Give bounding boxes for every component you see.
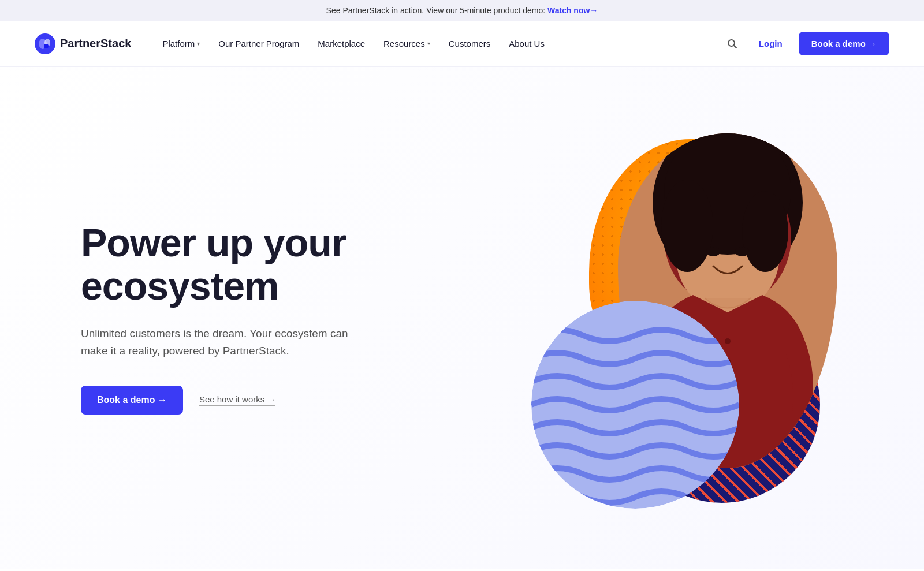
main-nav: Platform ▾ Our Partner Program Marketpla… (154, 34, 721, 53)
search-button[interactable] (722, 33, 743, 54)
hero-content: Power up your ecosystem Unlimited custom… (81, 221, 427, 414)
nav-about-us[interactable]: About Us (501, 34, 553, 53)
nav-platform[interactable]: Platform ▾ (154, 34, 208, 53)
wavy-pattern (531, 301, 739, 509)
search-icon (726, 38, 738, 50)
nav-marketplace[interactable]: Marketplace (310, 34, 373, 53)
hero-title: Power up your ecosystem (81, 221, 427, 308)
nav-partner-program[interactable]: Our Partner Program (210, 34, 307, 53)
nav-customers[interactable]: Customers (441, 34, 499, 53)
svg-point-11 (661, 180, 713, 272)
svg-point-15 (725, 338, 731, 344)
svg-point-13 (706, 247, 720, 256)
hero-subtitle: Unlimited customers is the dream. Your e… (81, 325, 370, 360)
announcement-link[interactable]: Watch now→ (547, 6, 598, 15)
book-demo-button[interactable]: Book a demo → (799, 32, 889, 55)
logo[interactable]: PartnerStack (35, 33, 131, 54)
svg-point-12 (742, 191, 788, 272)
hero-see-how-link[interactable]: See how it works → (199, 394, 276, 406)
hero-actions: Book a demo → See how it works → (81, 386, 427, 415)
svg-point-3 (44, 44, 49, 48)
chevron-down-icon: ▾ (197, 40, 200, 47)
svg-point-14 (735, 247, 749, 256)
nav-actions: Login Book a demo → (722, 32, 889, 55)
hero-section: Power up your ecosystem Unlimited custom… (0, 67, 924, 569)
announcement-text: See PartnerStack in action. View our 5-m… (326, 6, 546, 15)
logo-text: PartnerStack (60, 37, 131, 50)
logo-icon (35, 33, 55, 54)
header: PartnerStack Platform ▾ Our Partner Prog… (0, 21, 924, 67)
svg-line-5 (733, 45, 736, 48)
login-button[interactable]: Login (750, 34, 792, 53)
blue-wavy-blob (531, 301, 739, 509)
nav-resources[interactable]: Resources ▾ (375, 34, 438, 53)
announcement-bar: See PartnerStack in action. View our 5-m… (0, 0, 924, 21)
hero-visual (427, 116, 866, 520)
hero-book-demo-button[interactable]: Book a demo → (81, 386, 183, 415)
chevron-down-icon: ▾ (427, 40, 430, 47)
